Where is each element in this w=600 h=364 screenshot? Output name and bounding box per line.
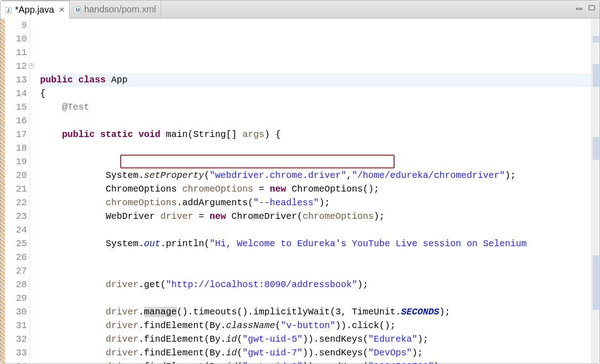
overview-ruler[interactable]	[591, 19, 600, 364]
code-line[interactable]: WebDriver driver = new ChromeDriver(chro…	[40, 210, 591, 223]
code-line[interactable]: {	[40, 87, 591, 101]
code-line[interactable]: public class App	[40, 73, 591, 87]
code-line[interactable]	[40, 223, 591, 237]
line-number[interactable]: 23	[5, 210, 27, 223]
maximize-icon[interactable]	[589, 2, 596, 8]
code-line[interactable]: @Test	[40, 101, 591, 114]
code-line[interactable]: driver.findElement(By.id("gwt-uid-5")).s…	[40, 333, 591, 346]
line-number-gutter[interactable]: 9101112−13141516171819202122232425262728…	[5, 19, 30, 364]
line-number[interactable]: 32	[5, 333, 27, 346]
svg-text:M: M	[76, 7, 80, 13]
line-number[interactable]: 16	[5, 114, 27, 128]
overview-mark[interactable]	[593, 36, 599, 42]
line-number[interactable]: 9	[5, 19, 27, 32]
tab-app-java[interactable]: J *App.java ✕	[0, 0, 70, 19]
line-number[interactable]: 19	[5, 155, 27, 169]
code-line[interactable]: ChromeOptions chromeOptions = new Chrome…	[40, 182, 591, 196]
code-line[interactable]: driver.findElement(By.id("gwt-uid-9")).s…	[40, 360, 591, 364]
svg-rect-4	[576, 8, 582, 10]
line-number[interactable]: 21	[5, 182, 27, 196]
line-number[interactable]: 18	[5, 142, 27, 155]
tab-pom-xml[interactable]: M handson/pom.xml	[70, 0, 161, 19]
code-line[interactable]: driver.manage().timeouts().implicitlyWai…	[40, 305, 591, 319]
line-number[interactable]: 29	[5, 292, 27, 305]
close-tab-icon[interactable]: ✕	[57, 5, 65, 14]
line-number[interactable]: 31	[5, 319, 27, 333]
line-number[interactable]: 28	[5, 278, 27, 292]
overview-mark[interactable]	[593, 64, 599, 87]
line-number[interactable]: 17	[5, 128, 27, 142]
line-number[interactable]: 24	[5, 223, 27, 237]
line-number[interactable]: 10	[5, 32, 27, 46]
code-line[interactable]	[40, 264, 591, 278]
overview-mark[interactable]	[593, 137, 599, 160]
code-editor[interactable]: 9101112−13141516171819202122232425262728…	[0, 19, 600, 364]
line-number[interactable]: 33	[5, 346, 27, 360]
code-line[interactable]	[40, 251, 591, 264]
line-number[interactable]: 34	[5, 360, 27, 364]
overview-mark[interactable]	[593, 255, 599, 310]
code-line[interactable]	[40, 155, 591, 169]
code-line[interactable]	[40, 292, 591, 305]
code-line[interactable]	[40, 60, 591, 73]
editor-tab-bar: J *App.java ✕ M handson/pom.xml	[0, 0, 600, 19]
line-number[interactable]: 25	[5, 237, 27, 251]
code-line[interactable]	[40, 142, 591, 155]
java-file-icon: J	[5, 6, 12, 14]
svg-text:J: J	[7, 8, 10, 13]
minimize-icon[interactable]	[576, 2, 583, 8]
code-line[interactable]: public static void main(String[] args) {	[40, 128, 591, 142]
code-line[interactable]: driver.findElement(By.className("v-butto…	[40, 319, 591, 333]
code-line[interactable]: driver.get("http://localhost:8090/addres…	[40, 278, 591, 292]
line-number[interactable]: 13	[5, 73, 27, 87]
line-number[interactable]: 22	[5, 196, 27, 210]
tab-label: *App.java	[15, 5, 54, 15]
code-line[interactable]: chromeOptions.addArguments("--headless")…	[40, 196, 591, 210]
line-number[interactable]: 30	[5, 305, 27, 319]
tab-label: handson/pom.xml	[84, 4, 156, 15]
maven-file-icon: M	[74, 6, 82, 13]
line-number[interactable]: 15	[5, 101, 27, 114]
line-number[interactable]: 14	[5, 87, 27, 101]
editor-toolbar-icons	[576, 2, 596, 8]
change-marker-strip	[0, 19, 5, 364]
line-number[interactable]: 11	[5, 46, 27, 60]
line-number[interactable]: 26	[5, 251, 27, 264]
code-line[interactable]	[40, 114, 591, 128]
svg-rect-5	[589, 5, 595, 10]
line-number[interactable]: 27	[5, 264, 27, 278]
code-line[interactable]: System.setProperty("webdriver.chrome.dri…	[40, 169, 591, 182]
code-area[interactable]: public class App{ @Test public static vo…	[30, 19, 591, 364]
line-number[interactable]: 12−	[5, 60, 27, 73]
code-line[interactable]: driver.findElement(By.id("gwt-uid-7")).s…	[40, 346, 591, 360]
line-number[interactable]: 20	[5, 169, 27, 182]
code-line[interactable]: System.out.println("Hi, Welcome to Edure…	[40, 237, 591, 251]
